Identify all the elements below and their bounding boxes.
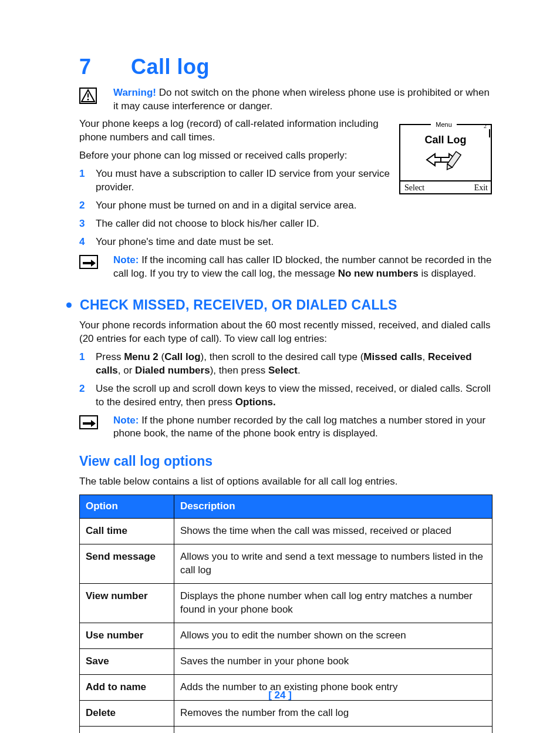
list-item: 4Your phone's time and date must be set. <box>79 236 492 249</box>
warning-callout: Warning! Do not switch on the phone when… <box>79 86 492 113</box>
svg-marker-13 <box>83 260 96 267</box>
table-row: SaveSaves the number in your phone book <box>80 648 492 674</box>
phone-exit-softkey: Exit <box>474 183 488 192</box>
table-row: Call timeShows the time when the call wa… <box>80 519 492 544</box>
warning-label: Warning! <box>113 87 156 98</box>
note-text: If the phone number recorded by the call… <box>113 415 485 439</box>
note-arrow-icon <box>79 415 98 441</box>
note-callout-2: Note: If the phone number recorded by th… <box>79 414 492 441</box>
table-header-option: Option <box>80 495 174 519</box>
steps-list: 1 Press Menu 2 (Call log), then scroll t… <box>79 351 492 409</box>
phone-select-softkey: Select <box>404 183 424 192</box>
note-label: Note: <box>113 254 139 265</box>
bullet-icon <box>66 302 72 308</box>
note-label: Note: <box>113 415 139 426</box>
svg-marker-15 <box>83 420 96 427</box>
section-heading: CHECK MISSED, RECEIVED, OR DIALED CALLS <box>79 296 492 314</box>
intro-paragraph-1: Your phone keeps a log (record) of call-… <box>79 117 379 144</box>
table-row: Use numberAllows you to edit the number … <box>80 623 492 649</box>
chapter-title: Call log <box>131 53 210 82</box>
table-row: DeleteRemoves the number from the call l… <box>80 700 492 726</box>
warning-text: Do not switch on the phone when wireless… <box>113 87 490 112</box>
svg-point-3 <box>87 99 89 100</box>
phone-screen-illustration: Menu 2 Call Log Select Exit <box>399 120 492 195</box>
note-bold: No new numbers <box>338 268 419 279</box>
list-item: 1 Press Menu 2 (Call log), then scroll t… <box>79 351 492 378</box>
table-header-description: Description <box>174 495 492 519</box>
table-row: CallRedials the displayed number <box>80 726 492 733</box>
note-callout-1: Note: If the incoming call has caller ID… <box>79 254 492 281</box>
phone-menu-label: Menu <box>436 121 452 128</box>
section-title: CHECK MISSED, RECEIVED, OR DIALED CALLS <box>80 296 397 314</box>
table-row: Send messageAllows you to write and send… <box>80 544 492 584</box>
chapter-number: 7 <box>79 53 131 82</box>
phone-menu-index: 2 <box>484 123 487 129</box>
page-number: [ 24 ] <box>0 689 560 702</box>
list-item: 2Your phone must be turned on and in a d… <box>79 199 492 213</box>
note-text-post: is displayed. <box>419 268 476 279</box>
sub-intro: The table below contains a list of optio… <box>79 475 492 489</box>
chapter-heading: 7 Call log <box>79 53 492 82</box>
table-row: View numberDisplays the phone number whe… <box>80 584 492 623</box>
list-item: 3The caller did not choose to block his/… <box>79 217 492 231</box>
intro-paragraph-2: Before your phone can log missed or rece… <box>79 149 379 163</box>
phone-title: Call Log <box>425 134 467 146</box>
subheading: View call log options <box>79 452 492 470</box>
note-arrow-icon <box>79 255 98 281</box>
warning-icon <box>79 88 97 113</box>
section-intro: Your phone records information about the… <box>79 319 492 346</box>
list-item: 2 Use the scroll up and scroll down keys… <box>79 382 492 409</box>
